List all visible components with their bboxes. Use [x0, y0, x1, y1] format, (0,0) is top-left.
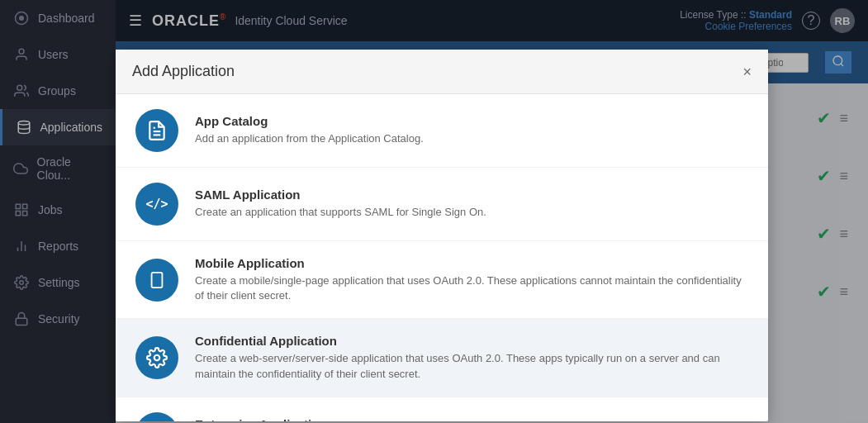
- app-catalog-icon: [135, 109, 178, 152]
- modal-close-button[interactable]: ×: [742, 64, 752, 79]
- add-application-modal: Add Application × App Catalog Add an app…: [116, 50, 768, 421]
- enterprise-icon: [135, 412, 178, 421]
- app-option-enterprise[interactable]: Enterprise Application Create a web appl…: [116, 397, 768, 421]
- saml-code-icon: </>: [145, 197, 168, 212]
- confidential-name: Confidential Application: [195, 334, 748, 348]
- confidential-info: Confidential Application Create a web-se…: [195, 334, 748, 381]
- app-catalog-name: App Catalog: [195, 114, 748, 128]
- modal-body: App Catalog Add an application from the …: [116, 94, 768, 421]
- app-option-confidential[interactable]: Confidential Application Create a web-se…: [116, 319, 768, 397]
- modal-overlay: Add Application × App Catalog Add an app…: [0, 0, 868, 423]
- modal-header: Add Application ×: [116, 50, 768, 94]
- modal-title: Add Application: [132, 63, 235, 80]
- confidential-desc: Create a web-server/server-side applicat…: [195, 351, 748, 381]
- app-option-app-catalog[interactable]: App Catalog Add an application from the …: [116, 94, 768, 168]
- saml-desc: Create an application that supports SAML…: [195, 205, 748, 220]
- app-option-mobile[interactable]: Mobile Application Create a mobile/singl…: [116, 241, 768, 319]
- confidential-icon: [135, 336, 178, 379]
- mobile-icon: [135, 259, 178, 302]
- app-catalog-info: App Catalog Add an application from the …: [195, 114, 748, 146]
- mobile-info: Mobile Application Create a mobile/singl…: [195, 256, 748, 303]
- saml-info: SAML Application Create an application t…: [195, 188, 748, 220]
- mobile-desc: Create a mobile/single-page application …: [195, 273, 748, 303]
- enterprise-name: Enterprise Application: [195, 417, 748, 421]
- app-option-saml[interactable]: </> SAML Application Create an applicati…: [116, 168, 768, 241]
- app-catalog-desc: Add an application from the Application …: [195, 131, 748, 146]
- saml-icon: </>: [135, 183, 178, 226]
- saml-name: SAML Application: [195, 188, 748, 202]
- mobile-name: Mobile Application: [195, 256, 748, 270]
- enterprise-info: Enterprise Application Create a web appl…: [195, 417, 748, 421]
- svg-point-20: [154, 355, 160, 361]
